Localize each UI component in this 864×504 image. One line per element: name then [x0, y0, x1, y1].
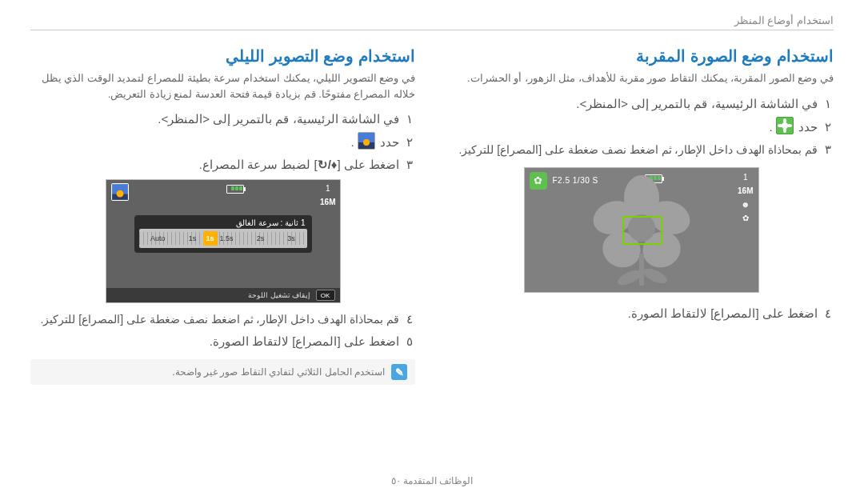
step-number: ٢ — [404, 133, 415, 152]
step-text: اضغط على [المصراع] لالتقاط الصورة. — [449, 304, 818, 323]
step-text-label: حدد — [380, 135, 399, 149]
svg-point-9 — [783, 128, 786, 133]
breadcrumb: استخدام أوضاع المنظر — [30, 14, 834, 26]
step-text: اضغط على [المصراع] لالتقاط الصورة. — [30, 332, 399, 351]
svg-point-10 — [778, 124, 782, 127]
macro-flower-icon — [776, 117, 794, 134]
step-number: ١ — [404, 110, 415, 129]
divider — [30, 30, 834, 30]
step-number: ٥ — [404, 332, 415, 351]
night-step-1: ١ في الشاشة الرئيسية، قم بالتمرير إلى <ا… — [30, 110, 415, 129]
macro-step-1: ١ في الشاشة الرئيسية، قم بالتمرير إلى <ا… — [449, 94, 834, 114]
sunset-icon — [358, 132, 375, 150]
intro-macro: في وضع الصور المقربة، يمكنك التقاط صور م… — [449, 70, 834, 86]
tick-label: 2s — [257, 234, 265, 242]
shutter-scale-strip: 1s Auto 1s 1.5s 2s 3s — [139, 229, 307, 248]
bracket-icons: ♦/↻ — [318, 158, 338, 171]
macro-step-2: ٢ حدد . — [449, 117, 834, 137]
section-night-mode: استخدام وضع التصوير الليلي في وضع التصوي… — [30, 46, 415, 385]
tick-label: 1.5s — [219, 234, 233, 242]
svg-point-2 — [363, 139, 370, 146]
focus-rectangle — [622, 216, 662, 245]
step-number: ٣ — [404, 155, 415, 174]
night-step-2: ٢ حدد . — [30, 132, 415, 152]
heading-macro: استخدام وضع الصورة المقربة — [449, 46, 834, 66]
tick-label: Auto — [150, 234, 166, 242]
macro-step-4: ٤ اضغط على [المصراع] لالتقاط الصورة. — [449, 304, 834, 323]
night-step-3: ٣ اضغط على [♦/↻] لضبط سرعة المصراع. — [30, 155, 415, 174]
step-number: ٢ — [822, 118, 834, 137]
night-step-5: ٥ اضغط على [المصراع] لالتقاط الصورة. — [30, 332, 415, 351]
shutter-scale-panel: 1 ثانية : سرعة الغالق 1s Auto 1s 1.5s 2s — [134, 215, 312, 253]
step-number: ٣ — [822, 140, 834, 159]
intro-night: في وضع التصوير الليلي، يمكنك استخدام سرع… — [30, 70, 415, 102]
tick-label: 1s — [189, 234, 197, 242]
preview-footer-text: إيقاف تشغيل اللوحة — [248, 291, 310, 299]
step-text: في الشاشة الرئيسية، قم بالتمرير إلى <الم… — [449, 94, 818, 114]
preview-footer-bar: OK إيقاف تشغيل اللوحة — [106, 288, 340, 302]
step-text: حدد . — [449, 117, 818, 137]
step-text: قم بمحاذاة الهدف داخل الإطار، ثم اضغط نص… — [30, 310, 399, 328]
macro-step-3: ٣ قم بمحاذاة الهدف داخل الإطار، ثم اضغط … — [449, 140, 834, 159]
ok-button-icon: OK — [316, 290, 335, 301]
step-number: ١ — [822, 94, 834, 114]
camera-preview-night: 1 16M 1 ثانية : سرعة الغالق 1s — [106, 179, 341, 303]
section-macro-mode: استخدام وضع الصورة المقربة في وضع الصور … — [449, 46, 834, 385]
info-icon: ✎ — [391, 364, 407, 380]
step-text-b: ] لضبط سرعة المصراع. — [199, 158, 318, 171]
camera-preview-macro: ✿ F2.5 1/30 S 1 16M ☻ ✿ — [524, 167, 759, 293]
step-text-label: حدد — [798, 120, 818, 134]
step-number: ٤ — [404, 310, 415, 329]
svg-point-7 — [782, 122, 788, 129]
step-text: حدد . — [30, 132, 399, 152]
shutter-scale-title: 1 ثانية : سرعة الغالق — [139, 218, 307, 229]
shutter-scale-highlight: 1s — [203, 231, 218, 246]
heading-night: استخدام وضع التصوير الليلي — [30, 46, 415, 66]
svg-point-11 — [787, 124, 792, 127]
step-text: قم بمحاذاة الهدف داخل الإطار، ثم اضغط نص… — [449, 141, 818, 158]
step-number: ٤ — [822, 304, 834, 323]
page-footer: الوظائف المتقدمة ٥٠ — [0, 475, 864, 486]
svg-rect-18 — [639, 254, 644, 286]
night-step-4: ٤ قم بمحاذاة الهدف داخل الإطار، ثم اضغط … — [30, 310, 415, 329]
note-text: استخدم الحامل الثلاثي لتفادي التقاط صور … — [172, 366, 385, 378]
svg-point-20 — [641, 266, 669, 286]
step-text: اضغط على [♦/↻] لضبط سرعة المصراع. — [30, 155, 399, 174]
tripod-note: ✎ استخدم الحامل الثلاثي لتفادي التقاط صو… — [30, 359, 415, 385]
svg-point-8 — [783, 118, 786, 123]
tick-label: 3s — [287, 234, 295, 242]
step-text-a: اضغط على [ — [337, 158, 399, 171]
step-text: في الشاشة الرئيسية، قم بالتمرير إلى <الم… — [30, 110, 399, 129]
